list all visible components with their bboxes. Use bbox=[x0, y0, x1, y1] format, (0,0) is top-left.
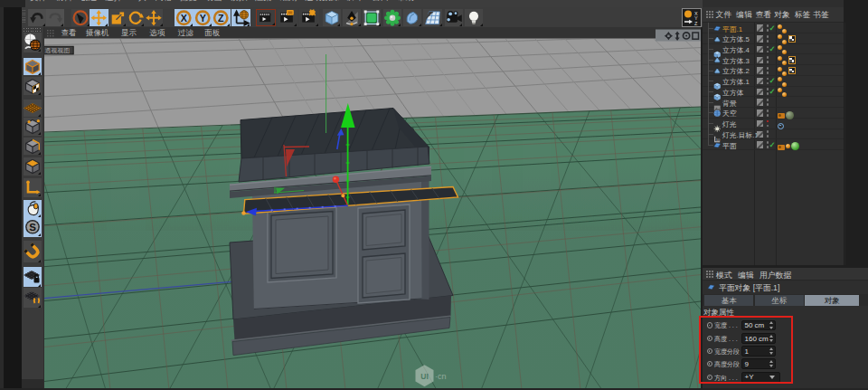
svg-text:摄像机: 摄像机 bbox=[85, 28, 109, 37]
svg-text:·cn: ·cn bbox=[435, 372, 447, 381]
svg-text:查看: 查看 bbox=[61, 28, 78, 37]
svg-text:选项: 选项 bbox=[148, 28, 165, 37]
svg-text:透视视图: 透视视图 bbox=[45, 47, 71, 54]
svg-text:过滤: 过滤 bbox=[178, 28, 194, 37]
svg-text:UI: UI bbox=[420, 372, 429, 381]
svg-text:Y: Y bbox=[199, 12, 205, 23]
svg-text:显示: 显示 bbox=[121, 28, 137, 37]
svg-text:Z: Z bbox=[694, 20, 698, 25]
svg-text:X: X bbox=[181, 12, 188, 23]
svg-text:Z: Z bbox=[218, 12, 224, 23]
svg-text:S: S bbox=[29, 222, 36, 233]
svg-text:面板: 面板 bbox=[204, 28, 221, 37]
